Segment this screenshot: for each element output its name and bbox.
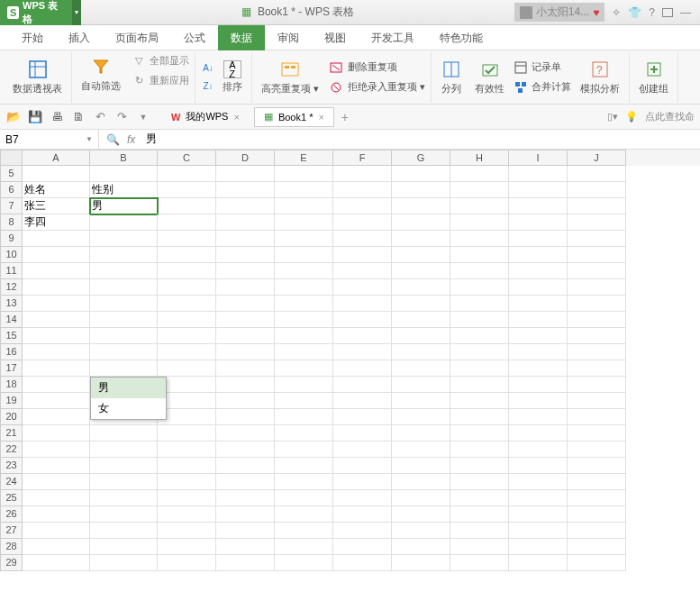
cell-A15[interactable] <box>23 328 90 344</box>
cell-D29[interactable] <box>216 555 275 571</box>
cell-C11[interactable] <box>158 263 216 279</box>
cell-H28[interactable] <box>450 539 509 555</box>
row-header-17[interactable]: 17 <box>0 360 23 377</box>
cell-E5[interactable] <box>275 166 333 182</box>
gift-icon[interactable]: ✧ <box>612 6 621 19</box>
cell-H10[interactable] <box>450 247 509 263</box>
cell-J24[interactable] <box>568 474 626 490</box>
dropdown-option-male[interactable]: 男 <box>91 378 166 398</box>
autofilter-button[interactable]: 自动筛选 <box>77 54 124 95</box>
cell-A5[interactable] <box>23 166 90 182</box>
cell-I19[interactable] <box>509 393 568 409</box>
cell-I25[interactable] <box>509 490 568 506</box>
cell-B11[interactable] <box>90 263 158 279</box>
cell-D26[interactable] <box>216 506 275 523</box>
cell-G17[interactable] <box>392 360 450 377</box>
cell-B22[interactable] <box>90 442 158 458</box>
cell-G27[interactable] <box>392 523 450 539</box>
cell-D28[interactable] <box>216 539 275 555</box>
cell-I28[interactable] <box>509 539 568 555</box>
cell-A21[interactable] <box>23 425 90 442</box>
cell-C12[interactable] <box>158 279 216 296</box>
cell-I26[interactable] <box>509 506 568 523</box>
cell-F10[interactable] <box>333 247 392 263</box>
row-header-24[interactable]: 24 <box>0 474 23 490</box>
cell-J16[interactable] <box>568 344 626 360</box>
cell-C23[interactable] <box>158 458 216 474</box>
doc-overflow-icon[interactable]: ▯▾ <box>607 111 618 123</box>
cell-B17[interactable] <box>90 360 158 377</box>
cell-J28[interactable] <box>568 539 626 555</box>
cell-A24[interactable] <box>23 474 90 490</box>
sort-desc-icon[interactable]: Z↓ <box>201 79 215 94</box>
user-account[interactable]: 小太阳14... ♥ <box>514 3 605 22</box>
book1-close-icon[interactable]: × <box>318 112 323 123</box>
cell-I12[interactable] <box>509 279 568 296</box>
cell-B26[interactable] <box>90 506 158 523</box>
remove-dup-button[interactable]: 删除重复项 <box>330 60 425 75</box>
qat-dropdown-icon[interactable]: ▼ <box>135 109 151 125</box>
cell-J13[interactable] <box>568 296 626 312</box>
cell-B7[interactable]: 男▼ <box>90 198 158 214</box>
cell-I21[interactable] <box>509 425 568 442</box>
cell-B29[interactable] <box>90 555 158 571</box>
row-header-10[interactable]: 10 <box>0 247 23 263</box>
tab-special[interactable]: 特色功能 <box>427 25 495 50</box>
cell-H17[interactable] <box>450 360 509 377</box>
cell-D14[interactable] <box>216 312 275 328</box>
cell-C13[interactable] <box>158 296 216 312</box>
row-header-23[interactable]: 23 <box>0 458 23 474</box>
cell-F27[interactable] <box>333 523 392 539</box>
cell-F20[interactable] <box>333 409 392 425</box>
reapply-button[interactable]: ↻ 重新应用 <box>132 74 189 88</box>
row-header-21[interactable]: 21 <box>0 425 23 442</box>
undo-icon[interactable]: ↶ <box>92 109 108 125</box>
cell-J26[interactable] <box>568 506 626 523</box>
cell-B12[interactable] <box>90 279 158 296</box>
cell-E15[interactable] <box>275 328 333 344</box>
cell-F16[interactable] <box>333 344 392 360</box>
cell-G28[interactable] <box>392 539 450 555</box>
dropdown-option-female[interactable]: 女 <box>91 398 166 419</box>
create-group-button[interactable]: 创建组 <box>635 57 672 97</box>
row-header-12[interactable]: 12 <box>0 279 23 296</box>
skin-icon[interactable]: 👕 <box>628 6 641 19</box>
cell-B27[interactable] <box>90 523 158 539</box>
cell-D12[interactable] <box>216 279 275 296</box>
cell-E24[interactable] <box>275 474 333 490</box>
cell-H14[interactable] <box>450 312 509 328</box>
row-header-13[interactable]: 13 <box>0 296 23 312</box>
tab-formula[interactable]: 公式 <box>171 25 218 50</box>
cell-A18[interactable] <box>23 377 90 393</box>
cell-D19[interactable] <box>216 393 275 409</box>
cell-F7[interactable] <box>333 198 392 214</box>
cell-A28[interactable] <box>23 539 90 555</box>
cell-H24[interactable] <box>450 474 509 490</box>
cell-F14[interactable] <box>333 312 392 328</box>
cell-F24[interactable] <box>333 474 392 490</box>
cell-D18[interactable] <box>216 377 275 393</box>
cell-A12[interactable] <box>23 279 90 296</box>
row-header-16[interactable]: 16 <box>0 344 23 360</box>
cell-H25[interactable] <box>450 490 509 506</box>
help-icon[interactable]: ? <box>649 6 655 19</box>
cell-D17[interactable] <box>216 360 275 377</box>
cell-B21[interactable] <box>90 425 158 442</box>
tab-insert[interactable]: 插入 <box>56 25 103 50</box>
cell-C5[interactable] <box>158 166 216 182</box>
cell-J5[interactable] <box>568 166 626 182</box>
cell-C22[interactable] <box>158 442 216 458</box>
cell-D23[interactable] <box>216 458 275 474</box>
cell-H8[interactable] <box>450 214 509 231</box>
cell-J6[interactable] <box>568 182 626 198</box>
cell-D8[interactable] <box>216 214 275 231</box>
cell-D7[interactable] <box>216 198 275 214</box>
cell-I18[interactable] <box>509 377 568 393</box>
cell-J7[interactable] <box>568 198 626 214</box>
cell-F23[interactable] <box>333 458 392 474</box>
cell-G5[interactable] <box>392 166 450 182</box>
cell-F18[interactable] <box>333 377 392 393</box>
cell-J9[interactable] <box>568 231 626 247</box>
cell-I7[interactable] <box>509 198 568 214</box>
cell-D24[interactable] <box>216 474 275 490</box>
